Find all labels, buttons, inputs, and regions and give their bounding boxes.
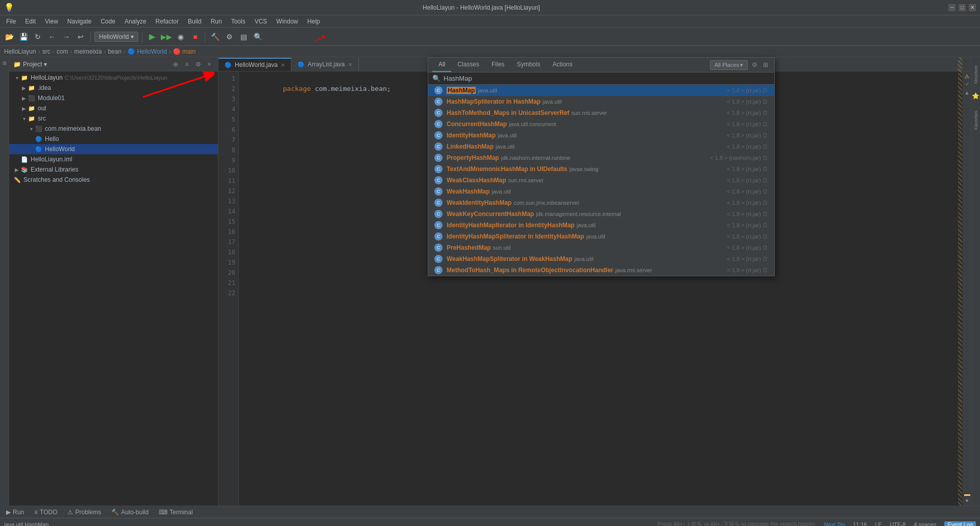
all-places-btn[interactable]: All Places ▾: [710, 60, 748, 70]
result-prehashedmap[interactable]: C PreHashedMap sun.util < 1.8 > (rt.jar)…: [428, 242, 774, 253]
menu-window[interactable]: Window: [272, 17, 302, 26]
result-identityhashmapspliterator[interactable]: C IdentityHashMapSpliterator in Identity…: [428, 231, 774, 242]
project-dropdown-icon[interactable]: ▾: [44, 61, 47, 68]
menu-navigate[interactable]: Navigate: [63, 17, 95, 26]
toolbar-back-btn[interactable]: ←: [46, 31, 58, 43]
search-expand-btn[interactable]: ⊞: [761, 60, 770, 69]
menu-view[interactable]: View: [41, 17, 62, 26]
search-tab-all[interactable]: All: [432, 58, 451, 72]
scroll-down-icon[interactable]: ▼: [965, 498, 970, 504]
project-settings-btn[interactable]: ⚙: [193, 60, 203, 69]
menu-analyze[interactable]: Analyze: [120, 17, 151, 26]
menu-tools[interactable]: Tools: [227, 17, 250, 26]
menu-edit[interactable]: Edit: [21, 17, 40, 26]
tree-idea[interactable]: ▶ 📁 .idea: [9, 83, 218, 93]
menu-help[interactable]: Help: [303, 17, 324, 26]
tree-libraries[interactable]: ▶ 📚 External Libraries: [9, 164, 218, 175]
breadcrumb-helloworld[interactable]: 🔵 HelloWorld: [128, 48, 167, 55]
toolbar-refresh-btn[interactable]: ↻: [32, 31, 44, 43]
breadcrumb-com[interactable]: com: [57, 48, 68, 55]
search-tab-actions[interactable]: Actions: [546, 58, 578, 72]
left-tab-project[interactable]: ⊞: [1, 57, 8, 69]
editor-scroll-stripe[interactable]: [958, 71, 962, 506]
status-encoding[interactable]: UTF-8: [890, 521, 905, 527]
tab-helloworld[interactable]: 🔵 HelloWorld.java ✕: [218, 58, 291, 71]
next-tip-link[interactable]: Next Tip: [824, 521, 845, 527]
tab-arraylist-close[interactable]: ✕: [348, 62, 352, 67]
tree-out[interactable]: ▶ 📁 out: [9, 103, 218, 113]
run-with-coverage-btn[interactable]: ◉: [175, 31, 187, 43]
run-config-btn[interactable]: ⚙: [223, 31, 235, 43]
result-methodtohashmaps[interactable]: C MethodToHash_Maps in RemoteObjectInvoc…: [428, 265, 774, 276]
menu-file[interactable]: File: [2, 17, 20, 26]
search-input[interactable]: [444, 75, 770, 82]
run-button[interactable]: ▶: [146, 31, 158, 43]
result-linkedhashmap[interactable]: C LinkedHashMap java.util < 1.8 > (rt.ja…: [428, 141, 774, 152]
result-weakkeyconcurrenthashmap[interactable]: C WeakKeyConcurrentHashMap jdk.managemen…: [428, 208, 774, 220]
auto-build-btn[interactable]: 🔨 Auto-build: [109, 509, 151, 516]
tree-scratches[interactable]: ✏️ Scratches and Consoles: [9, 175, 218, 185]
menu-refactor[interactable]: Refactor: [152, 17, 183, 26]
result-hashmap[interactable]: C HashMap java.util < 1.8 > (rt.jar) 🗋: [428, 85, 774, 96]
tab-arraylist[interactable]: 🔵 ArrayList.java ✕: [291, 58, 359, 71]
breadcrumb-main[interactable]: 🔴 main: [173, 48, 195, 55]
tree-src[interactable]: ▾ 📁 src: [9, 113, 218, 124]
search-tab-symbols[interactable]: Symbols: [510, 58, 546, 72]
status-indent[interactable]: 4 spaces: [914, 521, 936, 527]
project-close-btn[interactable]: ×: [205, 60, 214, 69]
result-weakclasshashmap[interactable]: C WeakClassHashMap sun.rmi.server < 1.8 …: [428, 175, 774, 186]
toolbar-open-btn[interactable]: 📂: [3, 31, 15, 43]
result-identityhashmapiterator[interactable]: C IdentityHashMapIterator in IdentityHas…: [428, 220, 774, 231]
terminal-toolbar-btn[interactable]: ▤: [237, 31, 250, 43]
build-btn[interactable]: 🔨: [209, 31, 221, 43]
terminal-panel-btn[interactable]: ⌨ Terminal: [157, 509, 194, 516]
maximize-button[interactable]: □: [959, 4, 966, 11]
search-toolbar-btn[interactable]: 🔍: [252, 31, 264, 43]
project-collapse-btn[interactable]: ≡: [182, 60, 191, 69]
result-hashtomethodmaps[interactable]: C HashToMethod_Maps in UnicastServerRef …: [428, 107, 774, 118]
menu-run[interactable]: Run: [207, 17, 226, 26]
problems-panel-btn[interactable]: ⚠ Problems: [65, 509, 103, 516]
toolbar-undo-btn[interactable]: ↩: [75, 31, 87, 43]
stop-button[interactable]: ■: [189, 31, 201, 43]
result-concurrenthashmap[interactable]: C ConcurrentHashMap java.util.concurrent…: [428, 118, 774, 130]
scroll-up-icon[interactable]: ▲: [965, 90, 970, 95]
favorites-tab[interactable]: Favorites: [972, 107, 979, 134]
breadcrumb-src[interactable]: src: [42, 48, 51, 55]
breadcrumb-root[interactable]: HelloLiayun: [4, 48, 36, 55]
project-selector[interactable]: HelloWorld ▾: [94, 32, 138, 42]
run-panel-btn[interactable]: ▶ Run: [4, 509, 26, 516]
breadcrumb-bean[interactable]: bean: [108, 48, 121, 55]
result-weakhashmapspliterator[interactable]: C WeakHashMapSpliterator in WeakHashMap …: [428, 253, 774, 265]
tree-module01[interactable]: ▶ ⬛ Module01: [9, 93, 218, 103]
result-propertyhashmap[interactable]: C PropertyHashMap jdk.nashorn.internal.r…: [428, 152, 774, 163]
project-locate-btn[interactable]: ⊕: [171, 60, 180, 69]
debug-button[interactable]: ▶▶: [160, 31, 173, 43]
event-log-badge[interactable]: Event Log: [944, 521, 976, 527]
tree-hello[interactable]: 🔵 Hello: [9, 134, 218, 144]
tree-root[interactable]: ▾ 📁 HelloLiayun C:\Users\32120\IdeaProje…: [9, 73, 218, 83]
result-hashmapspliterator[interactable]: C HashMapSpliterator in HashMap java.uti…: [428, 96, 774, 107]
todo-panel-btn[interactable]: ≡ TODO: [32, 509, 59, 516]
close-button[interactable]: ✕: [969, 4, 976, 11]
toolbar-save-btn[interactable]: 💾: [17, 31, 30, 43]
breadcrumb-meimeixia[interactable]: meimeixia: [74, 48, 102, 55]
toolbar-forward-btn[interactable]: →: [60, 31, 72, 43]
search-tab-files[interactable]: Files: [485, 58, 510, 72]
menu-build[interactable]: Build: [184, 17, 206, 26]
title-bar-controls[interactable]: ─ □ ✕: [948, 4, 976, 11]
result-textmnemonichashmap[interactable]: C TextAndMnemonicHashMap in UIDefaults j…: [428, 163, 774, 175]
result-weakhashmap[interactable]: C WeakHashMap java.util < 1.8 > (rt.jar)…: [428, 186, 774, 197]
status-lf[interactable]: LF: [875, 521, 881, 527]
result-weakidentityhashmap[interactable]: C WeakIdentityHashMap com.sun.jmx.mbeans…: [428, 197, 774, 208]
tab-helloworld-close[interactable]: ✕: [281, 62, 285, 68]
menu-vcs[interactable]: VCS: [251, 17, 272, 26]
tree-iml[interactable]: 📄 HelloLiayun.iml: [9, 154, 218, 164]
tree-package[interactable]: ▾ ⬛ com.meimeixia.bean: [9, 124, 218, 134]
menu-code[interactable]: Code: [96, 17, 119, 26]
result-identityhashmap[interactable]: C IdentityHashMap java.util < 1.8 > (rt.…: [428, 130, 774, 141]
structure-tab[interactable]: Structure: [972, 61, 979, 88]
search-filter-btn[interactable]: ⚙: [750, 60, 759, 69]
search-tab-classes[interactable]: Classes: [451, 58, 485, 72]
tree-helloworld[interactable]: 🔵 HelloWorld: [9, 144, 218, 154]
